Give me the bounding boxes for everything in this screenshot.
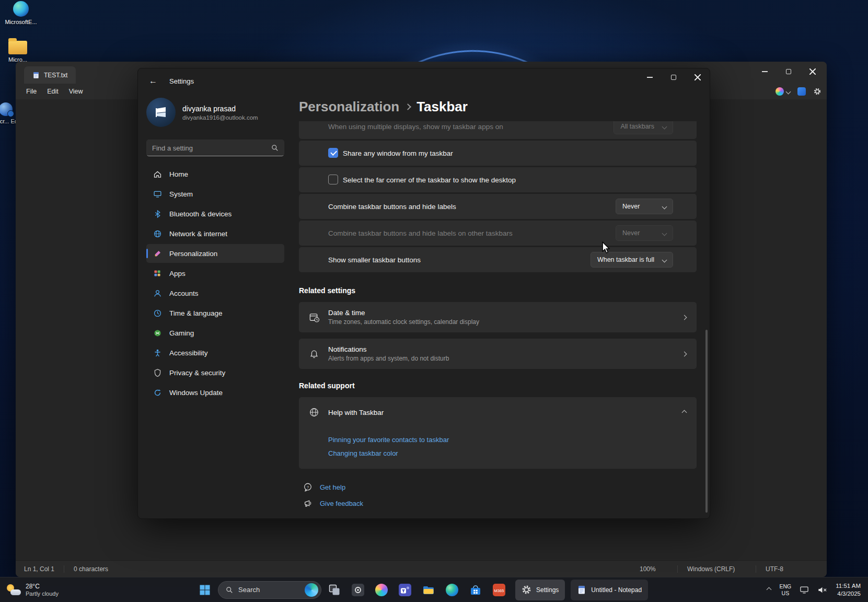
sidebar-item-network-internet[interactable]: Network & internet: [146, 224, 284, 243]
settings-titlebar[interactable]: ← Settings: [138, 68, 710, 94]
microsoft-store-icon: [469, 584, 482, 596]
sidebar-item-windows-update[interactable]: Windows Update: [146, 383, 284, 402]
chevron-down-icon: [786, 89, 791, 94]
snipping-tool-button[interactable]: [348, 580, 368, 600]
start-button[interactable]: [194, 580, 215, 600]
weather-temp: 28°C: [26, 583, 59, 590]
notepad-minimize-button[interactable]: [753, 63, 777, 80]
network-icon: [153, 229, 162, 238]
clock[interactable]: 11:51 AM 4/3/2025: [836, 582, 861, 598]
sidebar-item-label: Bluetooth & devices: [169, 210, 232, 218]
notepad-tab[interactable]: TEST.txt: [24, 66, 76, 84]
scrollbar-thumb[interactable]: [705, 330, 708, 513]
card-date-time[interactable]: Date & time Time zones, automatic clock …: [299, 302, 697, 332]
chevron-right-icon: [682, 351, 687, 356]
accessibility-icon: [153, 348, 162, 357]
network-button[interactable]: [800, 586, 809, 594]
copilot-button[interactable]: [371, 580, 392, 600]
m365-button[interactable]: M365: [489, 580, 510, 600]
sidebar-item-accessibility[interactable]: Accessibility: [146, 343, 284, 362]
give-feedback-link[interactable]: Give feedback: [299, 499, 697, 508]
help-link-taskbar-color[interactable]: Changing taskbar color: [328, 449, 697, 457]
teams-button[interactable]: [395, 580, 415, 600]
sidebar-item-apps[interactable]: Apps: [146, 264, 284, 283]
taskbar-window-label: Untitled - Notepad: [591, 586, 642, 594]
related-support-heading: Related support: [299, 381, 697, 390]
privacy-icon: [153, 368, 162, 377]
dropdown-multiple-displays: All taskbars: [614, 121, 673, 134]
edge-icon: [13, 1, 29, 17]
checkbox-share-window[interactable]: [328, 148, 338, 158]
account-profile[interactable]: divyanka prasad divyanka1916@outlook.com: [146, 98, 284, 127]
sidebar-item-personalization[interactable]: Personalization: [146, 244, 284, 263]
settings-minimize-button[interactable]: [638, 68, 662, 86]
settings-search[interactable]: [146, 140, 284, 156]
windows-update-icon: [153, 388, 162, 397]
back-button[interactable]: ←: [144, 73, 162, 89]
taskbar-search[interactable]: Search: [218, 581, 321, 599]
taskbar-window-notepad[interactable]: Untitled - Notepad: [571, 580, 648, 600]
minimize-icon: [647, 77, 653, 78]
chevron-up-icon: [767, 587, 772, 593]
notepad-maximize-button[interactable]: [777, 63, 801, 80]
menu-file[interactable]: File: [21, 86, 42, 97]
get-help-icon: ?: [303, 482, 313, 492]
dropdown-combine-buttons[interactable]: Never: [616, 199, 673, 214]
copilot-menu-button[interactable]: [776, 87, 790, 96]
help-expander[interactable]: Help with Taskbar: [299, 397, 697, 427]
card-notifications[interactable]: Notifications Alerts from apps and syste…: [299, 339, 697, 369]
edge-button[interactable]: [442, 580, 462, 600]
give-feedback-label: Give feedback: [320, 500, 363, 507]
help-link-pin-contacts[interactable]: Pinning your favorite contacts to taskba…: [328, 436, 697, 444]
file-explorer-button[interactable]: [418, 580, 439, 600]
task-view-icon: [328, 584, 341, 596]
task-view-button[interactable]: [324, 580, 345, 600]
setting-label: Show smaller taskbar buttons: [328, 256, 421, 264]
sidebar-item-system[interactable]: System: [146, 184, 284, 203]
globe-icon: [308, 407, 320, 418]
sidebar-item-gaming[interactable]: Gaming: [146, 323, 284, 342]
status-line-endings: Windows (CRLF): [677, 565, 756, 573]
sidebar-item-privacy-security[interactable]: Privacy & security: [146, 363, 284, 382]
menu-view[interactable]: View: [64, 86, 88, 97]
sidebar-item-time-language[interactable]: Time & language: [146, 304, 284, 322]
microsoft-store-button[interactable]: [465, 580, 486, 600]
search-icon: [226, 586, 233, 594]
search-input[interactable]: [152, 144, 271, 152]
window-title: Settings: [169, 77, 194, 85]
windows-logo-icon: [199, 584, 211, 596]
card-title: Notifications: [328, 345, 449, 353]
breadcrumb-parent[interactable]: Personalization: [299, 99, 399, 115]
system-icon: [153, 189, 162, 199]
notepad-icon: [577, 585, 586, 595]
weather-widget[interactable]: 28°C Partly cloudy: [0, 577, 65, 602]
checkbox-far-corner[interactable]: [328, 175, 338, 184]
breadcrumb-chevron-icon: [404, 103, 411, 110]
get-help-link[interactable]: ? Get help: [299, 482, 697, 492]
hidden-icons-chevron[interactable]: [767, 588, 771, 592]
taskbar-window-settings[interactable]: Settings: [515, 580, 565, 600]
network-display-icon: [800, 586, 809, 594]
edit-with-copilot-icon[interactable]: [797, 87, 806, 96]
notepad-close-button[interactable]: [801, 63, 825, 80]
desktop-icon-edge[interactable]: MicrosoftE...: [0, 1, 42, 25]
sidebar-item-accounts[interactable]: Accounts: [146, 284, 284, 303]
notepad-settings-gear-icon[interactable]: [813, 87, 821, 96]
menu-edit[interactable]: Edit: [42, 86, 64, 97]
dropdown-value: Never: [622, 203, 640, 210]
card-subtitle: Alerts from apps and system, do not dist…: [328, 355, 449, 362]
language-line1: ENG: [779, 583, 791, 590]
desktop-icon-folder[interactable]: Micro...: [0, 41, 39, 63]
date-time-icon: [308, 311, 320, 323]
give-feedback-icon: [303, 499, 313, 508]
settings-maximize-button[interactable]: [662, 68, 686, 86]
volume-button[interactable]: [817, 586, 827, 594]
desktop-icon-label: MicrosoftE...: [5, 19, 37, 25]
status-zoom[interactable]: 100%: [630, 565, 677, 573]
sidebar-item-label: Apps: [169, 270, 186, 277]
sidebar-item-bluetooth-devices[interactable]: Bluetooth & devices: [146, 204, 284, 223]
sidebar-item-home[interactable]: Home: [146, 165, 284, 183]
svg-text:?: ?: [307, 485, 309, 490]
settings-close-button[interactable]: [686, 68, 710, 86]
language-indicator[interactable]: ENG US: [779, 583, 791, 596]
